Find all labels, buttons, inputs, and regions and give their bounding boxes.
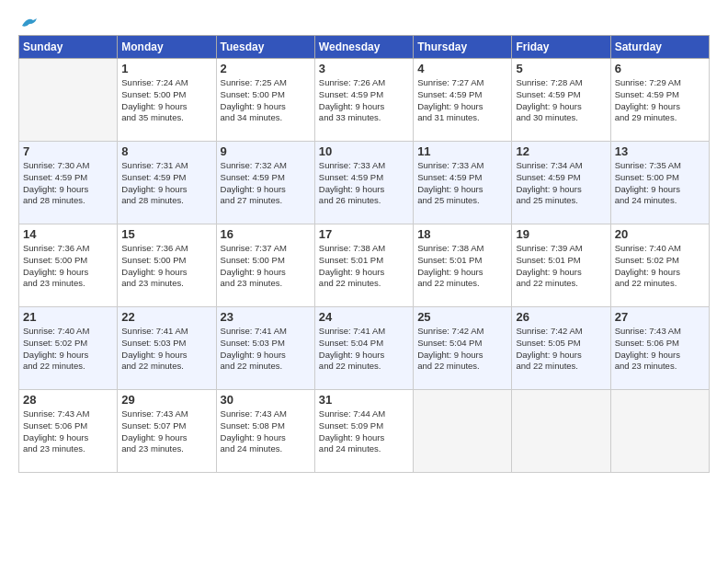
- calendar-header-friday: Friday: [512, 36, 610, 59]
- calendar-day-cell: 17Sunrise: 7:38 AM Sunset: 5:01 PM Dayli…: [314, 224, 413, 307]
- day-info: Sunrise: 7:31 AM Sunset: 4:59 PM Dayligh…: [121, 160, 211, 207]
- day-info: Sunrise: 7:25 AM Sunset: 5:00 PM Dayligh…: [221, 77, 311, 124]
- day-number: 24: [319, 310, 409, 324]
- calendar-day-cell: 31Sunrise: 7:44 AM Sunset: 5:09 PM Dayli…: [314, 390, 413, 473]
- day-info: Sunrise: 7:41 AM Sunset: 5:03 PM Dayligh…: [221, 326, 311, 373]
- calendar-week-row: 1Sunrise: 7:24 AM Sunset: 5:00 PM Daylig…: [19, 59, 710, 142]
- calendar-table: SundayMondayTuesdayWednesdayThursdayFrid…: [18, 35, 710, 473]
- calendar-header-row: SundayMondayTuesdayWednesdayThursdayFrid…: [19, 36, 710, 59]
- calendar-day-cell: 30Sunrise: 7:43 AM Sunset: 5:08 PM Dayli…: [216, 390, 314, 473]
- day-number: 2: [221, 62, 311, 75]
- day-info: Sunrise: 7:38 AM Sunset: 5:01 PM Dayligh…: [319, 243, 409, 290]
- calendar-day-cell: 1Sunrise: 7:24 AM Sunset: 5:00 PM Daylig…: [118, 59, 216, 142]
- calendar-day-cell: 29Sunrise: 7:43 AM Sunset: 5:07 PM Dayli…: [118, 390, 216, 473]
- day-info: Sunrise: 7:41 AM Sunset: 5:04 PM Dayligh…: [319, 326, 409, 373]
- calendar-day-cell: 21Sunrise: 7:40 AM Sunset: 5:02 PM Dayli…: [19, 307, 118, 390]
- day-number: 18: [417, 227, 507, 241]
- day-number: 13: [615, 144, 705, 158]
- calendar-day-cell: [19, 59, 118, 142]
- calendar-day-cell: 15Sunrise: 7:36 AM Sunset: 5:00 PM Dayli…: [118, 224, 216, 307]
- day-number: 23: [221, 310, 311, 324]
- day-info: Sunrise: 7:39 AM Sunset: 5:01 PM Dayligh…: [516, 243, 606, 290]
- day-info: Sunrise: 7:30 AM Sunset: 4:59 PM Dayligh…: [23, 160, 113, 207]
- calendar-header-sunday: Sunday: [19, 36, 118, 59]
- day-number: 25: [417, 310, 507, 324]
- calendar-day-cell: 11Sunrise: 7:33 AM Sunset: 4:59 PM Dayli…: [414, 142, 512, 224]
- day-info: Sunrise: 7:32 AM Sunset: 4:59 PM Dayligh…: [221, 160, 311, 207]
- day-info: Sunrise: 7:33 AM Sunset: 4:59 PM Dayligh…: [417, 160, 507, 207]
- day-info: Sunrise: 7:26 AM Sunset: 4:59 PM Dayligh…: [319, 77, 409, 124]
- day-number: 11: [417, 144, 507, 158]
- calendar-day-cell: [610, 390, 709, 473]
- calendar-day-cell: 23Sunrise: 7:41 AM Sunset: 5:03 PM Dayli…: [216, 307, 314, 390]
- calendar-day-cell: 14Sunrise: 7:36 AM Sunset: 5:00 PM Dayli…: [19, 224, 118, 307]
- day-number: 20: [615, 227, 705, 241]
- calendar-day-cell: 8Sunrise: 7:31 AM Sunset: 4:59 PM Daylig…: [118, 142, 216, 224]
- day-number: 12: [516, 144, 606, 158]
- day-number: 9: [221, 144, 311, 158]
- calendar-header-monday: Monday: [118, 36, 216, 59]
- calendar-day-cell: 9Sunrise: 7:32 AM Sunset: 4:59 PM Daylig…: [216, 142, 314, 224]
- day-info: Sunrise: 7:44 AM Sunset: 5:09 PM Dayligh…: [319, 408, 409, 455]
- calendar-day-cell: 6Sunrise: 7:29 AM Sunset: 4:59 PM Daylig…: [610, 59, 709, 142]
- day-number: 5: [516, 62, 606, 75]
- day-number: 7: [23, 144, 113, 158]
- calendar-day-cell: 7Sunrise: 7:30 AM Sunset: 4:59 PM Daylig…: [19, 142, 118, 224]
- day-number: 31: [319, 393, 409, 407]
- calendar-day-cell: 22Sunrise: 7:41 AM Sunset: 5:03 PM Dayli…: [118, 307, 216, 390]
- day-number: 4: [417, 62, 507, 75]
- day-info: Sunrise: 7:33 AM Sunset: 4:59 PM Dayligh…: [319, 160, 409, 207]
- calendar-week-row: 7Sunrise: 7:30 AM Sunset: 4:59 PM Daylig…: [19, 142, 710, 224]
- page: SundayMondayTuesdayWednesdayThursdayFrid…: [0, 0, 728, 563]
- day-number: 27: [615, 310, 705, 324]
- day-info: Sunrise: 7:35 AM Sunset: 5:00 PM Dayligh…: [615, 160, 705, 207]
- day-number: 14: [23, 227, 113, 241]
- calendar-week-row: 21Sunrise: 7:40 AM Sunset: 5:02 PM Dayli…: [19, 307, 710, 390]
- day-info: Sunrise: 7:41 AM Sunset: 5:03 PM Dayligh…: [121, 326, 211, 373]
- day-info: Sunrise: 7:34 AM Sunset: 4:59 PM Dayligh…: [516, 160, 606, 207]
- calendar-week-row: 14Sunrise: 7:36 AM Sunset: 5:00 PM Dayli…: [19, 224, 710, 307]
- calendar-header-saturday: Saturday: [610, 36, 709, 59]
- calendar-day-cell: 3Sunrise: 7:26 AM Sunset: 4:59 PM Daylig…: [314, 59, 413, 142]
- day-number: 30: [221, 393, 311, 407]
- day-info: Sunrise: 7:36 AM Sunset: 5:00 PM Dayligh…: [23, 243, 113, 290]
- day-info: Sunrise: 7:43 AM Sunset: 5:06 PM Dayligh…: [23, 408, 113, 455]
- calendar-header-tuesday: Tuesday: [216, 36, 314, 59]
- day-number: 19: [516, 227, 606, 241]
- day-info: Sunrise: 7:40 AM Sunset: 5:02 PM Dayligh…: [23, 326, 113, 373]
- logo: [18, 15, 40, 26]
- day-info: Sunrise: 7:28 AM Sunset: 4:59 PM Dayligh…: [516, 77, 606, 124]
- calendar-header-wednesday: Wednesday: [314, 36, 413, 59]
- day-info: Sunrise: 7:43 AM Sunset: 5:07 PM Dayligh…: [121, 408, 211, 455]
- calendar-day-cell: 13Sunrise: 7:35 AM Sunset: 5:00 PM Dayli…: [610, 142, 709, 224]
- calendar-day-cell: 5Sunrise: 7:28 AM Sunset: 4:59 PM Daylig…: [512, 59, 610, 142]
- day-info: Sunrise: 7:36 AM Sunset: 5:00 PM Dayligh…: [121, 243, 211, 290]
- calendar-day-cell: 25Sunrise: 7:42 AM Sunset: 5:04 PM Dayli…: [414, 307, 512, 390]
- day-number: 26: [516, 310, 606, 324]
- day-number: 1: [121, 62, 211, 75]
- calendar-day-cell: 27Sunrise: 7:43 AM Sunset: 5:06 PM Dayli…: [610, 307, 709, 390]
- day-info: Sunrise: 7:24 AM Sunset: 5:00 PM Dayligh…: [121, 77, 211, 124]
- day-info: Sunrise: 7:29 AM Sunset: 4:59 PM Dayligh…: [615, 77, 705, 124]
- calendar-day-cell: 24Sunrise: 7:41 AM Sunset: 5:04 PM Dayli…: [314, 307, 413, 390]
- day-number: 6: [615, 62, 705, 75]
- calendar-day-cell: 28Sunrise: 7:43 AM Sunset: 5:06 PM Dayli…: [19, 390, 118, 473]
- calendar-week-row: 28Sunrise: 7:43 AM Sunset: 5:06 PM Dayli…: [19, 390, 710, 473]
- day-info: Sunrise: 7:40 AM Sunset: 5:02 PM Dayligh…: [615, 243, 705, 290]
- day-number: 28: [23, 393, 113, 407]
- day-info: Sunrise: 7:27 AM Sunset: 4:59 PM Dayligh…: [417, 77, 507, 124]
- logo-bird-icon: [20, 15, 40, 29]
- day-info: Sunrise: 7:37 AM Sunset: 5:00 PM Dayligh…: [221, 243, 311, 290]
- day-number: 10: [319, 144, 409, 158]
- day-number: 3: [319, 62, 409, 75]
- calendar-day-cell: 10Sunrise: 7:33 AM Sunset: 4:59 PM Dayli…: [314, 142, 413, 224]
- calendar-day-cell: 12Sunrise: 7:34 AM Sunset: 4:59 PM Dayli…: [512, 142, 610, 224]
- calendar-day-cell: [512, 390, 610, 473]
- day-number: 8: [121, 144, 211, 158]
- calendar-day-cell: [414, 390, 512, 473]
- day-info: Sunrise: 7:43 AM Sunset: 5:06 PM Dayligh…: [615, 326, 705, 373]
- day-info: Sunrise: 7:43 AM Sunset: 5:08 PM Dayligh…: [221, 408, 311, 455]
- calendar-day-cell: 16Sunrise: 7:37 AM Sunset: 5:00 PM Dayli…: [216, 224, 314, 307]
- calendar-day-cell: 4Sunrise: 7:27 AM Sunset: 4:59 PM Daylig…: [414, 59, 512, 142]
- day-info: Sunrise: 7:38 AM Sunset: 5:01 PM Dayligh…: [417, 243, 507, 290]
